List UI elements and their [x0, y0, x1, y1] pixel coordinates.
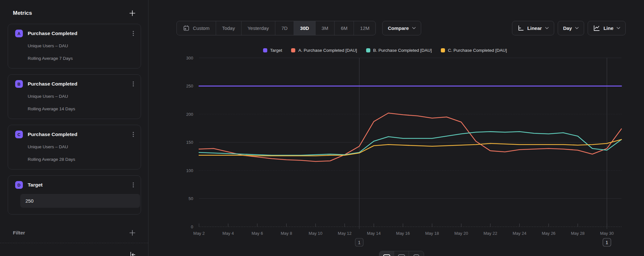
add-filter-button[interactable]	[129, 229, 136, 236]
metric-letter-badge: C	[15, 131, 23, 138]
date-range-yesterday[interactable]: Yesterday	[242, 21, 275, 35]
metric-card-list: A Purchase Completed Unique Users – DAU …	[8, 24, 141, 215]
chevron-down-icon	[545, 27, 549, 29]
date-range-7d[interactable]: 7D	[275, 21, 294, 35]
y-axis-label: 250	[186, 84, 193, 88]
date-range-label: 7D	[281, 25, 288, 31]
date-range-label: 3M	[322, 25, 328, 31]
chevron-down-icon	[575, 27, 579, 29]
legend-item[interactable]: A. Purchase Completed [DAU]	[291, 48, 357, 53]
date-range-label: Custom	[193, 25, 210, 31]
metric-title: Purchase Completed	[28, 132, 77, 137]
x-axis-label: May 26	[542, 231, 555, 236]
legend-label: Target	[270, 48, 282, 53]
line-chart-icon	[593, 25, 600, 32]
metric-menu-button[interactable]	[130, 30, 136, 37]
collapse-sidebar-button[interactable]	[129, 251, 137, 256]
date-range-label: 30D	[300, 25, 309, 31]
metric-letter-badge: A	[15, 30, 23, 37]
metric-transform: Rolling Average 28 Days	[28, 156, 136, 163]
line-chart: 050100150200250300May 2May 4May 6May 8Ma…	[148, 55, 644, 256]
date-range-6m[interactable]: 6M	[335, 21, 354, 35]
series-line-a-purchase-completed-dau-	[199, 113, 621, 162]
target-card[interactable]: D Target	[8, 175, 141, 215]
sidebar-title: Metrics	[13, 10, 32, 16]
metric-title: Purchase Completed	[28, 81, 77, 87]
date-range-30d[interactable]: 30D	[294, 21, 316, 35]
date-range-label: Yesterday	[248, 25, 269, 31]
sidebar-divider	[0, 243, 148, 243]
granularity-selector-button[interactable]: Day	[558, 21, 584, 35]
metric-menu-button[interactable]	[130, 80, 136, 88]
target-menu-button[interactable]	[130, 181, 136, 189]
legend-item[interactable]: C. Purchase Completed [DAU]	[441, 48, 507, 53]
y-axis-label: 200	[186, 112, 193, 117]
date-range-today[interactable]: Today	[216, 21, 242, 35]
compare-label: Compare	[388, 25, 409, 31]
series-line-c-purchase-completed-dau-	[199, 140, 621, 156]
y-axis-label: 150	[186, 140, 193, 145]
legend-label: A. Purchase Completed [DAU]	[298, 48, 357, 53]
target-letter-badge: D	[15, 181, 23, 189]
y-axis-label: 0	[191, 224, 193, 229]
chevron-down-icon	[617, 27, 620, 29]
legend-swatch	[263, 48, 267, 52]
date-range-custom[interactable]: Custom	[177, 21, 216, 35]
metric-transform: Rolling Average 14 Days	[28, 105, 136, 113]
filter-section-label: Filter	[13, 230, 25, 236]
chevron-down-icon	[412, 27, 416, 29]
metric-card[interactable]: C Purchase Completed Unique Users – DAU …	[8, 125, 141, 169]
annotation-badge-label: 1	[358, 240, 361, 245]
chart-type-selector-button[interactable]: Line	[588, 21, 626, 35]
metric-measure: Unique Users – DAU	[28, 93, 136, 100]
x-axis-label: May 10	[309, 231, 323, 236]
annotation-badge[interactable]: 1	[355, 238, 363, 246]
date-range-label: 12M	[360, 25, 369, 31]
legend-swatch	[366, 48, 370, 52]
x-axis-label: May 2	[193, 231, 204, 236]
y-axis-label: 300	[186, 56, 193, 60]
legend-label: C. Purchase Completed [DAU]	[448, 48, 507, 53]
compare-button[interactable]: Compare	[382, 21, 421, 35]
x-axis-label: May 24	[513, 231, 526, 236]
x-axis-label: May 30	[600, 231, 614, 236]
metric-letter-badge: B	[15, 80, 23, 88]
annotation-badge[interactable]: 1	[603, 238, 611, 246]
metric-title: Purchase Completed	[28, 31, 77, 36]
x-axis-label: May 18	[425, 231, 439, 236]
y-axis-label: 100	[186, 168, 193, 173]
calendar-icon	[183, 25, 190, 32]
layout-single-chart-button[interactable]	[379, 251, 394, 256]
date-range-label: 6M	[341, 25, 347, 31]
metric-card[interactable]: B Purchase Completed Unique Users – DAU …	[8, 74, 141, 119]
legend-label: B. Purchase Completed [DAU]	[373, 48, 432, 53]
chart-layout-toggle	[379, 251, 424, 256]
metric-card[interactable]: A Purchase Completed Unique Users – DAU …	[8, 24, 141, 69]
x-axis-label: May 8	[281, 231, 292, 236]
date-range-label: Today	[222, 25, 235, 31]
layout-split-rows-button[interactable]	[394, 251, 409, 256]
chart-legend: TargetA. Purchase Completed [DAU]B. Purc…	[148, 47, 621, 53]
legend-item[interactable]: Target	[263, 48, 282, 53]
chart-panel: CustomTodayYesterday7D30D3M6M12M Compare…	[148, 0, 644, 256]
target-title: Target	[28, 182, 43, 188]
linear-axis-icon	[517, 25, 524, 32]
target-value-input[interactable]	[20, 194, 140, 208]
scale-selector-button[interactable]: Linear	[512, 21, 554, 35]
date-range-picker: CustomTodayYesterday7D30D3M6M12M	[176, 21, 376, 35]
metric-menu-button[interactable]	[130, 131, 136, 138]
y-axis-label: 50	[189, 196, 193, 201]
add-metric-button[interactable]	[129, 10, 136, 17]
granularity-label: Day	[563, 25, 572, 31]
x-axis-label: May 22	[484, 231, 497, 236]
chart-type-label: Line	[603, 25, 613, 31]
metrics-sidebar: Metrics A Purchase Completed Unique User…	[0, 0, 148, 256]
series-line-b-purchase-completed-dau-	[199, 132, 621, 155]
scale-label: Linear	[527, 25, 542, 31]
date-range-12m[interactable]: 12M	[354, 21, 375, 35]
x-axis-label: May 14	[367, 231, 381, 236]
date-range-3m[interactable]: 3M	[316, 21, 335, 35]
layout-grid-button[interactable]	[409, 251, 424, 256]
legend-item[interactable]: B. Purchase Completed [DAU]	[366, 48, 432, 53]
x-axis-label: May 4	[223, 231, 234, 236]
